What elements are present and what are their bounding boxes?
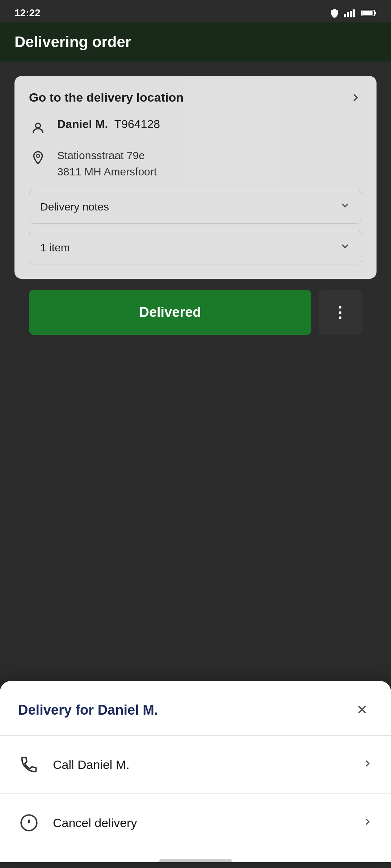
- call-label: Call Daniel M.: [53, 758, 130, 772]
- close-icon: ✕: [357, 702, 367, 718]
- delivery-notes-row[interactable]: Delivery notes: [29, 190, 362, 224]
- more-button[interactable]: ⋮: [319, 290, 362, 335]
- bottom-sheet-title: Delivery for Daniel M.: [18, 702, 158, 718]
- svg-rect-2: [350, 11, 352, 17]
- customer-row: Daniel M. T964128: [29, 118, 362, 137]
- svg-rect-6: [375, 12, 376, 14]
- customer-info: Daniel M. T964128: [57, 118, 160, 131]
- cancel-menu-item[interactable]: Cancel delivery: [0, 794, 391, 852]
- delivery-card: Go to the delivery location Daniel M. T9…: [14, 76, 377, 279]
- signal-icon: [344, 8, 357, 18]
- person-icon: [29, 119, 47, 137]
- address-info: Stationsstraat 79e 3811 MH Amersfoort: [57, 147, 157, 180]
- call-chevron-icon: [362, 758, 373, 771]
- home-indicator: [159, 859, 232, 862]
- svg-point-7: [35, 123, 40, 128]
- phone-icon: [18, 754, 40, 775]
- address-city: 3811 MH Amersfoort: [57, 163, 157, 180]
- status-icons: [329, 8, 377, 18]
- bottom-sheet: Delivery for Daniel M. ✕ Call Daniel M.: [0, 681, 391, 862]
- svg-rect-5: [362, 11, 373, 15]
- page-title: Delivering order: [14, 33, 377, 51]
- svg-rect-0: [344, 14, 346, 17]
- cancel-label: Cancel delivery: [53, 816, 137, 830]
- page-header: Delivering order: [0, 22, 391, 61]
- location-icon: [29, 149, 47, 167]
- delivery-notes-label: Delivery notes: [40, 201, 109, 213]
- delivery-location-title: Go to the delivery location: [29, 90, 184, 105]
- time-display: 12:22: [14, 7, 41, 19]
- chevron-right-icon: [349, 91, 362, 104]
- customer-name-text: Daniel M. T964128: [57, 118, 160, 131]
- close-button[interactable]: ✕: [351, 699, 373, 721]
- items-expand-icon: [339, 241, 351, 255]
- bottom-sheet-header: Delivery for Daniel M. ✕: [0, 681, 391, 736]
- cancel-chevron-icon: [362, 816, 373, 830]
- shield-icon: [329, 8, 340, 18]
- call-menu-item[interactable]: Call Daniel M.: [0, 736, 391, 794]
- delivered-button[interactable]: Delivered: [29, 290, 311, 335]
- address-street: Stationsstraat 79e: [57, 147, 157, 163]
- items-row[interactable]: 1 item: [29, 231, 362, 264]
- svg-rect-3: [353, 9, 355, 17]
- action-area: Delivered ⋮: [14, 290, 377, 335]
- delivery-notes-expand-icon: [339, 200, 351, 214]
- address-row: Stationsstraat 79e 3811 MH Amersfoort: [29, 147, 362, 180]
- card-header[interactable]: Go to the delivery location: [29, 90, 362, 105]
- cancel-icon: [18, 812, 40, 834]
- battery-icon: [361, 9, 377, 17]
- svg-rect-1: [347, 12, 349, 17]
- more-icon: ⋮: [332, 303, 348, 321]
- bottom-sheet-overlay: Delivery for Daniel M. ✕ Call Daniel M.: [0, 681, 391, 868]
- svg-point-8: [37, 154, 39, 157]
- items-label: 1 item: [40, 242, 70, 254]
- main-content: Go to the delivery location Daniel M. T9…: [0, 61, 391, 349]
- status-bar: 12:22: [0, 0, 391, 22]
